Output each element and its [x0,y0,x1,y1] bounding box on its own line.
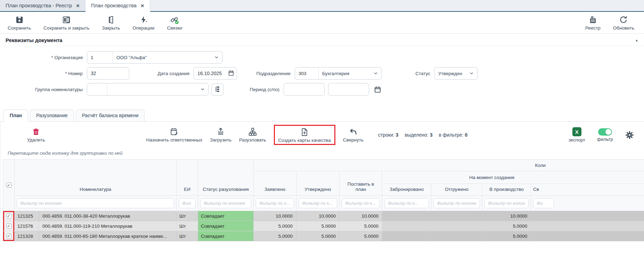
department-combo[interactable]: 303 Бухгалтерия [295,67,382,80]
number-field[interactable] [87,67,129,80]
column-header-explode-status[interactable]: Статус разузлования [198,160,254,196]
operations-button[interactable]: Операции [132,15,154,31]
links-button[interactable]: Связки [167,15,182,31]
filter-input-approved[interactable] [299,198,337,208]
filter-input-declared[interactable] [256,198,294,208]
nomenclature-group-combo[interactable] [87,83,209,96]
row-next[interactable] [531,211,644,221]
filter-input-reserved[interactable] [384,198,429,208]
tab-explode[interactable]: Разузлование [30,110,74,121]
period-calendar-icon[interactable] [374,86,381,93]
period-to-field[interactable] [328,83,369,96]
assign-responsible-button[interactable]: Назначить ответственных [146,127,202,143]
row-shipped[interactable] [431,231,482,241]
row-code[interactable]: 121328 [15,231,39,241]
excel-icon: X [572,127,581,136]
row-put-to-plan[interactable]: 5.0000 [340,221,382,231]
save-and-close-button[interactable]: Сохранить и закрыть [43,15,89,31]
row-nomenclature[interactable]: 000.4859. 011.000-65-180 Металлорукав кр… [39,231,177,241]
registry-button[interactable]: Реестр [585,15,601,31]
grid-settings-button[interactable] [625,130,634,140]
row-explode-status[interactable]: Совпадает [198,231,254,241]
window-tab-plan-registry[interactable]: План производства - Реестр × [0,0,85,11]
row-approved[interactable]: 5.0000 [296,221,340,231]
close-icon[interactable]: × [141,3,144,9]
collapse-button[interactable]: Свернуть [343,127,364,143]
row-put-to-plan[interactable]: 5.0000 [340,231,382,241]
column-header-shipped[interactable]: Отгружено [431,184,482,196]
tab-time-balance[interactable]: Расчёт баланса времени [76,110,145,121]
row-shipped[interactable] [431,211,482,221]
calendar-icon[interactable] [228,70,234,77]
column-header-nomenclature[interactable]: Номенклатура [15,160,177,196]
close-icon[interactable]: × [76,3,80,9]
row-nomenclature[interactable]: 000.4859. 011.000-38-420 Металлорукав [39,211,177,221]
row-reserved[interactable] [382,231,431,241]
export-button[interactable]: X экспорт [569,127,585,143]
filter-input-put-to-plan[interactable] [342,198,380,208]
row-declared[interactable]: 10.0000 [254,211,296,221]
filter-input-explode-status[interactable] [200,198,251,208]
tab-plan[interactable]: План [3,110,28,122]
filter-input-nomenclature[interactable] [17,198,174,208]
window-tab-plan-document[interactable]: План производства × [85,0,150,11]
collapse-section-icon[interactable]: ▲ [635,38,638,42]
group-by-hint[interactable]: Перетащите сюда колонку для группировки … [3,147,644,159]
row-reserved[interactable] [382,211,431,221]
row-next[interactable] [531,231,644,241]
column-header-reserved[interactable]: Забронировано [382,184,431,196]
row-declared[interactable]: 5.0000 [254,231,296,241]
row-put-to-plan[interactable]: 10.0000 [340,211,382,221]
row-in-production[interactable]: 5.0000 [482,231,531,241]
row-code[interactable]: 121576 [15,221,39,231]
filter-input-shipped[interactable] [433,198,480,208]
save-button[interactable]: Сохранить [8,15,31,31]
row-unit[interactable]: Шт [177,231,198,241]
row-explode-status[interactable]: Совпадает [198,211,254,221]
chevron-down-icon[interactable] [372,71,381,76]
row-in-production[interactable]: 10.0000 [482,211,531,221]
row-explode-status[interactable]: Совпадает [198,221,254,231]
column-header-put-to-plan[interactable]: Поставить в план [340,171,382,196]
row-code[interactable]: 121325 [15,211,39,221]
row-in-production[interactable]: 5.0000 [482,221,531,231]
row-shipped[interactable] [431,221,482,231]
toggle-on-icon[interactable] [598,128,612,136]
row-next[interactable] [531,221,644,231]
row-checkbox[interactable]: ✓ [6,213,11,219]
row-unit[interactable]: Шт [177,221,198,231]
create-quality-cards-button[interactable]: Создать карты качества [278,128,331,143]
status-combo[interactable]: Утвержден [434,67,478,80]
row-approved[interactable]: 10.0000 [296,211,340,221]
load-button[interactable]: Загрузить [210,127,231,143]
group-tree-button[interactable] [211,83,223,96]
explode-button[interactable]: Разузловать [239,127,266,143]
row-approved[interactable]: 5.0000 [296,231,340,241]
chain-link-icon [170,15,179,24]
close-button[interactable]: Закрыть [102,15,120,31]
close-label: Закрыть [102,25,120,31]
row-reserved[interactable] [382,221,431,231]
column-header-unit[interactable]: ЕИ [177,160,198,196]
row-checkbox[interactable]: ✓ [6,224,11,229]
column-header-approved[interactable]: Утверждено [296,171,340,196]
row-nomenclature[interactable]: 000.4859. 011.000-119-210 Металлорукав [39,221,177,231]
chevron-down-icon[interactable] [468,71,477,76]
filter-toggle[interactable]: фильтр [597,128,613,142]
organization-combo[interactable]: 1 ООО "Альфа" [87,51,222,64]
row-declared[interactable]: 5.0000 [254,221,296,231]
chevron-down-icon[interactable] [213,55,222,60]
filter-input-next[interactable] [533,198,554,208]
column-header-in-production[interactable]: В производство [482,184,531,196]
row-unit[interactable]: Шт [177,211,198,221]
filter-input-unit[interactable] [179,198,196,208]
delete-button[interactable]: Удалить [27,128,45,143]
column-header-next[interactable]: Св [531,184,644,196]
filter-input-in-production[interactable] [484,198,529,208]
chevron-down-icon[interactable] [199,87,208,92]
column-header-declared[interactable]: Заявлено [254,171,296,196]
select-all-checkbox[interactable]: ✓ [6,183,11,188]
refresh-button[interactable]: Обновить [613,15,634,31]
row-checkbox[interactable]: ✓ [6,234,11,239]
period-from-field[interactable] [284,83,325,96]
